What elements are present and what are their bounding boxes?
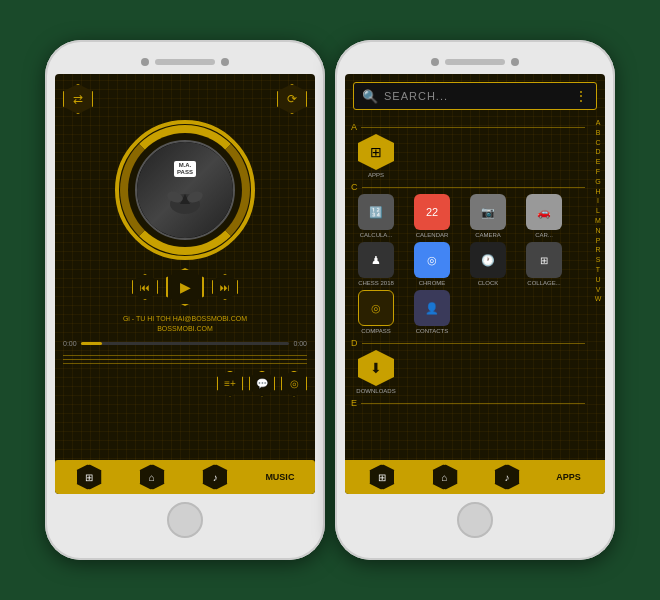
nav-music-icon[interactable]: ♪ xyxy=(202,464,228,490)
section-c-apps-row2: ♟ CHESS 2018 ◎ CHROME 🕐 CLOCK xyxy=(351,242,585,286)
alpha-u[interactable]: U xyxy=(595,275,600,285)
section-d-line xyxy=(362,343,586,344)
nav-home-icon[interactable]: ⌂ xyxy=(139,464,165,490)
alpha-m[interactable]: M xyxy=(595,216,601,226)
list-item[interactable]: 🕐 CLOCK xyxy=(463,242,513,286)
right-nav-music-icon[interactable]: ♪ xyxy=(494,464,520,490)
play-button[interactable]: ▶ xyxy=(166,268,204,306)
search-icon: 🔍 xyxy=(362,89,378,104)
app-icon-calculator: 🔢 xyxy=(358,194,394,230)
alpha-b[interactable]: B xyxy=(596,128,601,138)
progress-bar[interactable] xyxy=(81,342,290,345)
left-screen: ⇄ ⟳ M.A. PASS xyxy=(55,74,315,494)
alpha-t[interactable]: T xyxy=(596,265,600,275)
alpha-e[interactable]: E xyxy=(596,157,601,167)
repeat-icon: ⟳ xyxy=(287,92,297,106)
album-art: M.A. PASS xyxy=(137,142,233,238)
phones-container: ⇄ ⟳ M.A. PASS xyxy=(45,40,615,560)
left-phone-top-bar xyxy=(55,58,315,66)
prev-button[interactable]: ⏮ xyxy=(132,274,158,300)
app-icon-contacts: 👤 xyxy=(414,290,450,326)
section-d-divider: D xyxy=(351,338,585,348)
app-icon-camera: 📷 xyxy=(470,194,506,230)
list-item[interactable]: 🚗 CAR... xyxy=(519,194,569,238)
vinyl-outer-ring: M.A. PASS xyxy=(115,120,255,260)
list-item[interactable]: ◎ CHROME xyxy=(407,242,457,286)
menu-dots-button[interactable]: ⋮ xyxy=(574,88,588,104)
alpha-d[interactable]: D xyxy=(595,147,600,157)
right-nav-apps-icon[interactable]: ⊞ xyxy=(369,464,395,490)
app-icon-collage: ⊞ xyxy=(526,242,562,278)
alpha-n[interactable]: N xyxy=(595,226,600,236)
app-icon-apps: ⊞ xyxy=(358,134,394,170)
time-total: 0:00 xyxy=(293,340,307,347)
list-item[interactable]: ⊞ COLLAGE... xyxy=(519,242,569,286)
app-name-calendar: CALENDAR xyxy=(416,232,449,238)
section-c-letter: C xyxy=(351,182,358,192)
alpha-l[interactable]: L xyxy=(596,206,600,216)
right-nav-home-icon[interactable]: ⌂ xyxy=(432,464,458,490)
list-item[interactable]: ⬇ DOWNLOADS xyxy=(351,350,401,394)
left-phone-camera2 xyxy=(221,58,229,66)
alpha-w[interactable]: W xyxy=(595,294,602,304)
track-info: Gi - TU HI TOH HAI@BOSSMOBI.COM BOSSMOBI… xyxy=(123,314,247,334)
vinyl-button[interactable]: ◎ xyxy=(281,371,307,397)
left-home-button[interactable] xyxy=(167,502,203,538)
app-icon-chess: ♟ xyxy=(358,242,394,278)
bird-silhouette xyxy=(160,179,210,219)
section-a-letter: A xyxy=(351,122,357,132)
app-name-car: CAR... xyxy=(535,232,553,238)
alpha-i[interactable]: I xyxy=(597,196,599,206)
section-a-divider: A xyxy=(351,122,585,132)
alpha-p[interactable]: P xyxy=(596,236,601,246)
alpha-c[interactable]: C xyxy=(595,138,600,148)
playlist-button[interactable]: ≡+ xyxy=(217,371,243,397)
left-phone-bottom-bar xyxy=(55,502,315,538)
message-button[interactable]: 💬 xyxy=(249,371,275,397)
alpha-f[interactable]: F xyxy=(596,167,600,177)
section-d-letter: D xyxy=(351,338,358,348)
list-item[interactable]: 22 CALENDAR xyxy=(407,194,457,238)
section-c-divider: C xyxy=(351,182,585,192)
next-button[interactable]: ⏭ xyxy=(212,274,238,300)
alpha-h[interactable]: H xyxy=(595,187,600,197)
alpha-v[interactable]: V xyxy=(596,285,601,295)
list-item[interactable]: ◎ COMPASS xyxy=(351,290,401,334)
alpha-g[interactable]: G xyxy=(595,177,600,187)
app-icon-downloads: ⬇ xyxy=(358,350,394,386)
right-bottom-nav: ⊞ ⌂ ♪ APPS xyxy=(345,460,605,494)
right-phone-bottom-bar xyxy=(345,502,605,538)
alpha-r[interactable]: R xyxy=(595,245,600,255)
search-input[interactable]: SEARCH... xyxy=(384,90,568,102)
app-grid-area: A ⊞ APPS C xyxy=(345,114,605,494)
app-grid-main: A ⊞ APPS C xyxy=(345,114,591,494)
alpha-s[interactable]: S xyxy=(596,255,601,265)
section-c-apps-row3: ◎ COMPASS 👤 CONTACTS xyxy=(351,290,585,334)
list-item[interactable]: 📷 CAMERA xyxy=(463,194,513,238)
list-item[interactable]: ♟ CHESS 2018 xyxy=(351,242,401,286)
prev-icon: ⏮ xyxy=(140,282,150,293)
app-name-apps: APPS xyxy=(368,172,384,178)
playback-controls: ⏮ ▶ ⏭ xyxy=(132,268,238,306)
right-screen: 🔍 SEARCH... ⋮ A ⊞ xyxy=(345,74,605,494)
app-name-camera: CAMERA xyxy=(475,232,501,238)
repeat-button[interactable]: ⟳ xyxy=(277,84,307,114)
list-item[interactable]: 🔢 CALCULA... xyxy=(351,194,401,238)
right-home-button[interactable] xyxy=(457,502,493,538)
app-name-chrome: CHROME xyxy=(419,280,446,286)
alpha-a[interactable]: A xyxy=(596,118,601,128)
deco-line-3 xyxy=(63,363,307,364)
shuffle-button[interactable]: ⇄ xyxy=(63,84,93,114)
app-icon-chrome: ◎ xyxy=(414,242,450,278)
app-name-calculator: CALCULA... xyxy=(360,232,393,238)
app-icon-clock: 🕐 xyxy=(470,242,506,278)
deco-line-1 xyxy=(63,355,307,356)
bottom-actions: ≡+ 💬 ◎ xyxy=(63,371,307,397)
list-item[interactable]: 👤 CONTACTS xyxy=(407,290,457,334)
list-item[interactable]: ⊞ APPS xyxy=(351,134,401,178)
nav-apps-icon[interactable]: ⊞ xyxy=(76,464,102,490)
vinyl-player: M.A. PASS xyxy=(115,120,255,260)
album-title: M.A. PASS xyxy=(174,161,196,177)
decoration-lines xyxy=(63,355,307,367)
app-icon-calendar: 22 xyxy=(414,194,450,230)
